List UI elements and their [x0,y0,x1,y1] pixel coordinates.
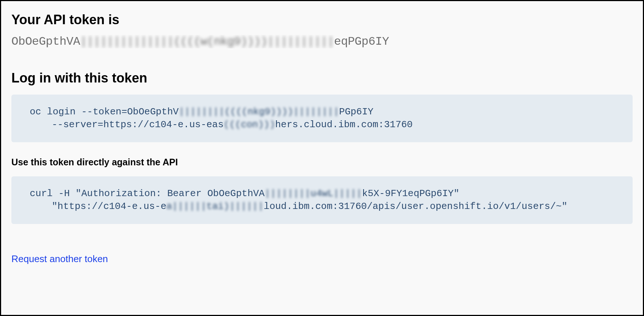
token-prefix: ObOeGpthVA [11,35,80,48]
api-usage-heading: Use this token directly against the API [11,157,633,168]
curl-line1-post: k5X-9FY1eqPGp6IY" [362,188,459,199]
oc-login-line2-post: hers.cloud.ibm.com:31760 [275,119,413,130]
oc-login-line1-pre: oc login --token=ObOeGpthV [30,106,179,117]
curl-line1-pre: curl -H "Authorization: Bearer ObOeGpthV… [30,188,265,199]
oc-login-line1-post: PGp6IY [339,106,374,117]
oc-login-line2-pre: --server=https://c104-e.us-eas [52,119,224,130]
token-redacted: ||||||||||||||((((w(nkg9))))|||||||||| [80,35,334,48]
curl-line2-blur: a||||||tai)|||||| [166,201,264,212]
token-page-container: Your API token is ObOeGpthVA||||||||||||… [0,0,644,316]
curl-line2-pre: "https://c104-e.us-e [52,201,166,212]
oc-login-line2-blur: (((con))) [224,119,275,130]
curl-line1-blur: ||||||||u4wL||||| [265,188,362,199]
curl-line2-post: loud.ibm.com:31760/apis/user.openshift.i… [264,201,567,212]
curl-code-block[interactable]: curl -H "Authorization: Bearer ObOeGpthV… [11,176,633,224]
oc-login-code-block[interactable]: oc login --token=ObOeGpthV||||||||((((nk… [11,95,633,142]
request-another-token-link[interactable]: Request another token [11,253,108,265]
token-suffix: eqPGp6IY [334,35,389,48]
api-token-heading: Your API token is [11,12,633,27]
login-heading: Log in with this token [11,70,633,86]
token-value[interactable]: ObOeGpthVA||||||||||||||((((w(nkg9))))||… [11,35,633,48]
oc-login-line1-blur: ||||||||((((nkg9))))|||||||| [179,106,339,117]
